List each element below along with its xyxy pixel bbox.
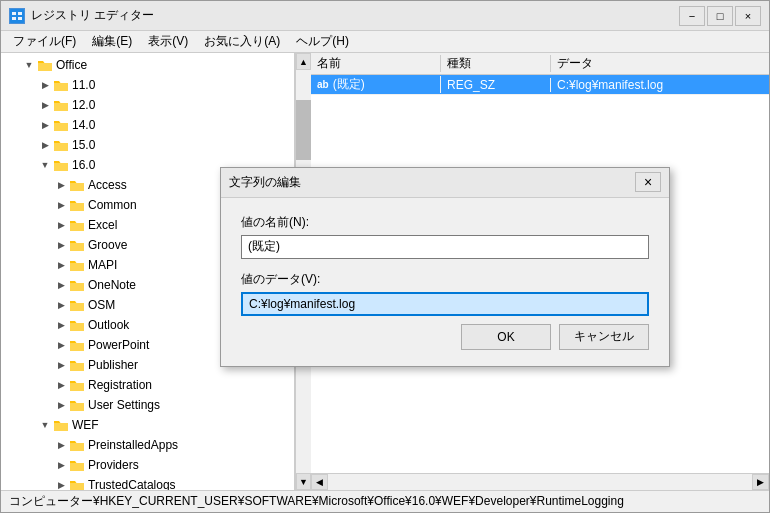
- tree-label-16: 16.0: [72, 158, 95, 172]
- tree-label-12: 12.0: [72, 98, 95, 112]
- tree-label-mapi: MAPI: [88, 258, 117, 272]
- folder-icon-preinstalledapps: [69, 437, 85, 453]
- menu-view[interactable]: 表示(V): [140, 31, 196, 52]
- scrollbar-down-button[interactable]: ▼: [296, 473, 311, 490]
- expander-trustedcatalogs[interactable]: ▶: [53, 477, 69, 490]
- expander-common[interactable]: ▶: [53, 197, 69, 213]
- expander-excel[interactable]: ▶: [53, 217, 69, 233]
- expander-registration[interactable]: ▶: [53, 377, 69, 393]
- tree-item-15[interactable]: ▶ 15.0: [1, 135, 294, 155]
- tree-label-excel: Excel: [88, 218, 117, 232]
- expander-onenote[interactable]: ▶: [53, 277, 69, 293]
- menu-file[interactable]: ファイル(F): [5, 31, 84, 52]
- tree-label-wef: WEF: [72, 418, 99, 432]
- dialog-buttons: OK キャンセル: [241, 324, 649, 350]
- scrollbar-up-button[interactable]: ▲: [296, 53, 311, 70]
- tree-label-osm: OSM: [88, 298, 115, 312]
- ab-icon: ab: [317, 79, 329, 90]
- expander-providers[interactable]: ▶: [53, 457, 69, 473]
- cell-name: ab (既定): [311, 76, 441, 93]
- tree-label-14: 14.0: [72, 118, 95, 132]
- folder-icon-12: [53, 97, 69, 113]
- menu-bar: ファイル(F) 編集(E) 表示(V) お気に入り(A) ヘルプ(H): [1, 31, 769, 53]
- expander-usersettings[interactable]: ▶: [53, 397, 69, 413]
- expander-osm[interactable]: ▶: [53, 297, 69, 313]
- tree-item-usersettings[interactable]: ▶ User Settings: [1, 395, 294, 415]
- ok-button[interactable]: OK: [461, 324, 551, 350]
- tree-item-trustedcatalogs[interactable]: ▶ TrustedCatalogs: [1, 475, 294, 490]
- folder-icon-mapi: [69, 257, 85, 273]
- folder-icon-groove: [69, 237, 85, 253]
- expander-12[interactable]: ▶: [37, 97, 53, 113]
- tree-label-providers: Providers: [88, 458, 139, 472]
- tree-label-publisher: Publisher: [88, 358, 138, 372]
- expander-publisher[interactable]: ▶: [53, 357, 69, 373]
- folder-icon-providers: [69, 457, 85, 473]
- folder-icon-excel: [69, 217, 85, 233]
- menu-edit[interactable]: 編集(E): [84, 31, 140, 52]
- col-header-data: データ: [551, 55, 769, 72]
- expander-groove[interactable]: ▶: [53, 237, 69, 253]
- folder-icon-onenote: [69, 277, 85, 293]
- tree-label-11: 11.0: [72, 78, 95, 92]
- folder-icon-16: [53, 157, 69, 173]
- expander-14[interactable]: ▶: [37, 117, 53, 133]
- folder-icon-wef: [53, 417, 69, 433]
- close-button[interactable]: ×: [735, 6, 761, 26]
- edit-string-dialog: 文字列の編集 × 値の名前(N): 値のデータ(V): OK キャンセル: [220, 167, 670, 367]
- hscrollbar-track: [328, 474, 752, 490]
- menu-favorites[interactable]: お気に入り(A): [196, 31, 288, 52]
- tree-label-preinstalledapps: PreinstalledApps: [88, 438, 178, 452]
- table-row[interactable]: ab (既定) REG_SZ C:¥log¥manifest.log: [311, 75, 769, 95]
- expander-wef[interactable]: ▼: [37, 417, 53, 433]
- table-header: 名前 種類 データ: [311, 53, 769, 75]
- maximize-button[interactable]: □: [707, 6, 733, 26]
- cell-data: C:¥log¥manifest.log: [551, 78, 769, 92]
- cancel-button[interactable]: キャンセル: [559, 324, 649, 350]
- window-title: レジストリ エディター: [31, 7, 679, 24]
- tree-label-registration: Registration: [88, 378, 152, 392]
- tree-label-access: Access: [88, 178, 127, 192]
- folder-icon-common: [69, 197, 85, 213]
- expander-16[interactable]: ▼: [37, 157, 53, 173]
- tree-item-wef[interactable]: ▼ WEF: [1, 415, 294, 435]
- expander-access[interactable]: ▶: [53, 177, 69, 193]
- menu-help[interactable]: ヘルプ(H): [288, 31, 357, 52]
- tree-item-registration[interactable]: ▶ Registration: [1, 375, 294, 395]
- folder-icon-osm: [69, 297, 85, 313]
- expander-preinstalledapps[interactable]: ▶: [53, 437, 69, 453]
- minimize-button[interactable]: −: [679, 6, 705, 26]
- tree-item-providers[interactable]: ▶ Providers: [1, 455, 294, 475]
- value-name-input[interactable]: [241, 235, 649, 259]
- expander-office[interactable]: ▼: [21, 57, 37, 73]
- tree-item-office[interactable]: ▼ Office: [1, 55, 294, 75]
- tree-item-12[interactable]: ▶ 12.0: [1, 95, 294, 115]
- hscrollbar-right-button[interactable]: ▶: [752, 474, 769, 490]
- tree-label-common: Common: [88, 198, 137, 212]
- tree-label-office: Office: [56, 58, 87, 72]
- svg-rect-1: [12, 12, 16, 15]
- folder-icon-office: [37, 57, 53, 73]
- cell-data-value: C:¥log¥manifest.log: [557, 78, 663, 92]
- dialog-close-button[interactable]: ×: [635, 172, 661, 192]
- scrollbar-thumb[interactable]: [296, 100, 311, 160]
- folder-icon-outlook: [69, 317, 85, 333]
- svg-rect-4: [18, 17, 22, 20]
- expander-outlook[interactable]: ▶: [53, 317, 69, 333]
- tree-item-preinstalledapps[interactable]: ▶ PreinstalledApps: [1, 435, 294, 455]
- folder-icon-registration: [69, 377, 85, 393]
- tree-label-onenote: OneNote: [88, 278, 136, 292]
- hscrollbar-left-button[interactable]: ◀: [311, 474, 328, 490]
- value-data-input[interactable]: [241, 292, 649, 316]
- tree-label-usersettings: User Settings: [88, 398, 160, 412]
- expander-11[interactable]: ▶: [37, 77, 53, 93]
- folder-icon-14: [53, 117, 69, 133]
- tree-item-14[interactable]: ▶ 14.0: [1, 115, 294, 135]
- expander-15[interactable]: ▶: [37, 137, 53, 153]
- expander-powerpoint[interactable]: ▶: [53, 337, 69, 353]
- dialog-body: 値の名前(N): 値のデータ(V): OK キャンセル: [221, 198, 669, 366]
- folder-icon-15: [53, 137, 69, 153]
- expander-mapi[interactable]: ▶: [53, 257, 69, 273]
- folder-icon-11: [53, 77, 69, 93]
- tree-item-11[interactable]: ▶ 11.0: [1, 75, 294, 95]
